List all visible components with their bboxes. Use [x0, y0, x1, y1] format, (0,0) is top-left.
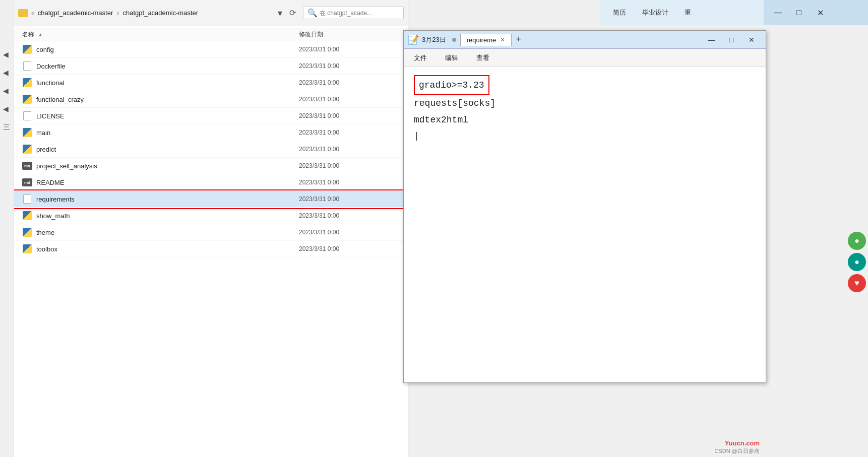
file-date: 2023/3/31 0:00: [299, 162, 400, 169]
tab-name: requireme: [467, 36, 497, 44]
notepad-window: 📝 3月23日 requireme ✕ + — □ ✕ 文件 编辑 查看 gra…: [403, 30, 766, 383]
top-close[interactable]: ✕: [810, 4, 830, 22]
side-btn-1[interactable]: ●: [848, 232, 866, 250]
notepad-menubar: 文件 编辑 查看: [404, 49, 766, 67]
menu-view[interactable]: 查看: [472, 51, 493, 64]
file-date: 2023/3/31 0:00: [299, 245, 400, 252]
column-headers: 名称 ▲ 修改日期: [0, 28, 408, 41]
notepad-top-controls: — □ ✕: [764, 0, 868, 25]
top-maximize[interactable]: □: [789, 4, 809, 22]
file-row[interactable]: theme 2023/3/31 0:00: [14, 224, 408, 241]
file-icon-dockerfile: [22, 61, 32, 71]
col-header-name[interactable]: 名称 ▲: [22, 30, 299, 39]
nav-arrow-2[interactable]: ◀: [3, 69, 11, 77]
minimize-button[interactable]: —: [701, 33, 721, 47]
watermark-yuucn: Yuucn.com: [725, 439, 760, 447]
address-bar: « chatgpt_academic-master › chatgpt_acad…: [0, 0, 408, 26]
window-controls: — □ ✕: [701, 33, 762, 47]
file-row[interactable]: md project_self_analysis 2023/3/31 0:00: [14, 158, 408, 174]
menu-file[interactable]: 文件: [410, 51, 431, 64]
file-row[interactable]: md README 2023/3/31 0:00: [14, 174, 408, 191]
file-name: theme: [36, 229, 299, 236]
file-date: 2023/3/31 0:00: [299, 62, 400, 70]
search-input[interactable]: [320, 10, 390, 17]
nav-tab-other[interactable]: 重: [677, 5, 698, 20]
file-icon-readme: md: [22, 177, 32, 187]
top-minimize[interactable]: —: [768, 4, 788, 22]
nav-tab-resume[interactable]: 简历: [606, 5, 633, 20]
file-name: show_math: [36, 212, 299, 220]
file-icon-show-math: [22, 211, 32, 221]
file-row[interactable]: LICENSE 2023/3/31 0:00: [14, 108, 408, 124]
file-name: Dockerfile: [36, 62, 299, 70]
line2: requests[socks]: [414, 98, 495, 108]
add-tab-button[interactable]: +: [516, 34, 521, 45]
notepad-content[interactable]: gradio>=3.23 requests[socks] mdtex2html: [404, 67, 766, 382]
file-date: 2023/3/31 0:00: [299, 46, 400, 53]
tab-close-button[interactable]: ✕: [500, 36, 505, 43]
file-icon-requirements: [22, 194, 32, 204]
file-date: 2023/3/31 0:00: [299, 112, 400, 119]
file-date: 2023/3/31 0:00: [299, 179, 400, 186]
address-chevron: ›: [117, 10, 119, 17]
file-date: 2023/3/31 0:00: [299, 146, 400, 153]
file-row[interactable]: config 2023/3/31 0:00: [14, 41, 408, 58]
file-date: 2023/3/31 0:00: [299, 79, 400, 86]
file-name: README: [36, 179, 299, 186]
file-row[interactable]: show_math 2023/3/31 0:00: [14, 208, 408, 224]
top-nav-tabs: 简历 毕业设计 重: [600, 0, 766, 25]
refresh-button[interactable]: ⟳: [289, 8, 296, 18]
file-icon-main: [22, 127, 32, 138]
file-row[interactable]: toolbox 2023/3/31 0:00: [14, 241, 408, 257]
address-folder2[interactable]: chatgpt_academic-master: [123, 9, 199, 17]
file-name: toolbox: [36, 245, 299, 253]
side-btn-3[interactable]: ♥: [848, 274, 866, 292]
menu-edit[interactable]: 编辑: [441, 51, 462, 64]
close-button[interactable]: ✕: [741, 33, 762, 47]
file-icon-toolbox: [22, 244, 32, 254]
nav-arrow-1[interactable]: ◀: [3, 50, 11, 58]
file-name-requirements: requirements: [36, 195, 299, 203]
cursor-line: [414, 131, 419, 141]
file-name: predict: [36, 146, 299, 153]
file-name: project_self_analysis: [36, 162, 299, 170]
file-explorer: ◀ ◀ ◀ ◀ 三 « chatgpt_academic-master › ch…: [0, 0, 408, 457]
notepad-tab[interactable]: requireme ✕: [460, 34, 512, 46]
file-row[interactable]: functional 2023/3/31 0:00: [14, 75, 408, 91]
file-date: 2023/3/31 0:00: [299, 212, 400, 219]
file-icon-functional-crazy: [22, 94, 32, 104]
file-name: functional_crazy: [36, 96, 299, 103]
file-icon-psa: md: [22, 161, 32, 171]
highlighted-text: gradio>=3.23: [414, 75, 489, 95]
col-header-date[interactable]: 修改日期: [299, 30, 400, 39]
file-icon-config: [22, 44, 32, 54]
file-icon-theme: [22, 227, 32, 237]
side-btn-2[interactable]: ●: [848, 253, 866, 271]
notepad-date: 3月23日: [422, 35, 446, 44]
nav-arrow-5[interactable]: 三: [3, 123, 11, 131]
explorer-left-sidebar: ◀ ◀ ◀ ◀ 三: [0, 0, 14, 457]
file-row-requirements[interactable]: requirements 2023/3/31 0:00: [14, 191, 408, 208]
notepad-app-icon: 📝: [408, 34, 419, 45]
file-row[interactable]: main 2023/3/31 0:00: [14, 124, 408, 141]
search-bar[interactable]: 🔍: [303, 7, 404, 19]
folder-icon: [18, 9, 28, 17]
file-name: LICENSE: [36, 112, 299, 120]
nav-arrow-4[interactable]: ◀: [3, 105, 11, 113]
address-dropdown[interactable]: ▾: [278, 8, 282, 19]
file-name: config: [36, 46, 299, 53]
address-path[interactable]: chatgpt_academic-master › chatgpt_academ…: [38, 9, 275, 17]
address-separator: «: [31, 10, 35, 17]
maximize-button[interactable]: □: [721, 33, 741, 47]
address-folder1[interactable]: chatgpt_academic-master: [38, 9, 113, 17]
file-row[interactable]: Dockerfile 2023/3/31 0:00: [14, 58, 408, 75]
file-icon-functional: [22, 78, 32, 88]
file-name: main: [36, 129, 299, 137]
notepad-titlebar: 📝 3月23日 requireme ✕ + — □ ✕: [404, 31, 766, 49]
nav-arrow-3[interactable]: ◀: [3, 87, 11, 95]
file-date: 2023/3/31 0:00: [299, 229, 400, 236]
file-date-requirements: 2023/3/31 0:00: [299, 195, 400, 203]
file-row[interactable]: predict 2023/3/31 0:00: [14, 141, 408, 158]
file-row[interactable]: functional_crazy 2023/3/31 0:00: [14, 91, 408, 108]
nav-tab-graduation[interactable]: 毕业设计: [635, 5, 675, 20]
